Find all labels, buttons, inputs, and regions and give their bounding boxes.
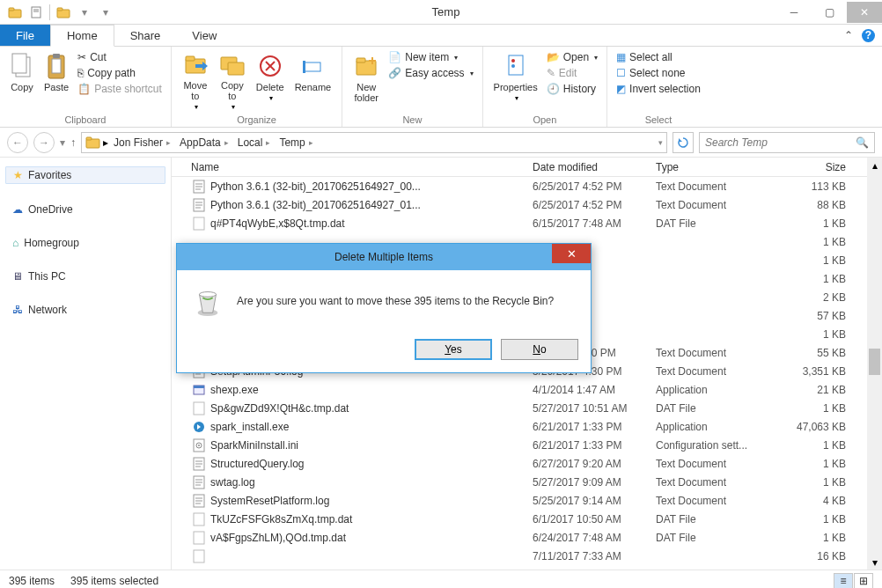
table-row[interactable]: TkUZcFSFGk8sZmXq.tmp.dat 6/1/2017 10:50 … xyxy=(172,510,867,528)
table-row[interactable]: 7/11/2017 7:33 AM 16 KB xyxy=(172,547,867,565)
breadcrumb[interactable]: ▸ Jon Fisher▸ AppData▸ Local▸ Temp▸ ▾ xyxy=(81,132,667,153)
tab-view[interactable]: View xyxy=(176,25,232,46)
forward-button[interactable]: → xyxy=(33,132,55,153)
icons-view-button[interactable]: ⊞ xyxy=(854,573,873,589)
ribbon: Copy Paste ✂Cut ⎘Copy path 📋Paste shortc… xyxy=(0,47,882,128)
address-dropdown[interactable]: ▾ xyxy=(658,138,663,147)
ribbon-group-select: ▦Select all ☐Select none ◩Invert selecti… xyxy=(607,47,709,127)
delete-button[interactable]: Delete▾ xyxy=(253,50,288,104)
table-row[interactable]: StructuredQuery.log 6/27/2017 9:20 AM Te… xyxy=(172,454,867,473)
dialog-close-button[interactable]: ✕ xyxy=(552,244,591,263)
svg-rect-20 xyxy=(303,61,305,73)
file-icon xyxy=(191,383,207,397)
file-rows[interactable]: Python 3.6.1 (32-bit)_20170625164927_00.… xyxy=(172,177,867,570)
up-button[interactable]: ↑ xyxy=(70,136,76,149)
open-button[interactable]: 📂Open▾ xyxy=(545,50,599,64)
file-icon xyxy=(191,512,207,526)
back-button[interactable]: ← xyxy=(7,132,28,153)
maximize-button[interactable]: ▢ xyxy=(812,2,847,23)
search-icon[interactable]: 🔍 xyxy=(856,136,869,149)
shortcut-icon: 📋 xyxy=(77,83,91,95)
history-button[interactable]: 🕘History xyxy=(545,82,599,96)
search-input[interactable] xyxy=(705,136,856,149)
table-row[interactable]: q#PT4qWybE,x$8Qt.tmp.dat 6/15/2017 7:48 … xyxy=(172,214,867,232)
crumb-local[interactable]: Local▸ xyxy=(234,136,275,149)
ribbon-collapse-icon[interactable]: ⌃ xyxy=(844,29,853,41)
sidebar-homegroup[interactable]: ⌂Homegroup xyxy=(5,235,165,251)
tab-home[interactable]: Home xyxy=(50,25,114,47)
details-view-button[interactable]: ≡ xyxy=(834,573,853,589)
paste-button[interactable]: Paste xyxy=(40,50,72,94)
table-row[interactable]: spark_install.exe 6/21/2017 1:33 PM Appl… xyxy=(172,417,867,436)
homegroup-icon: ⌂ xyxy=(12,237,18,249)
new-folder-button[interactable]: New folder xyxy=(349,50,383,105)
file-icon xyxy=(191,401,207,415)
scroll-thumb[interactable] xyxy=(869,349,880,375)
svg-rect-46 xyxy=(194,386,204,388)
table-row[interactable]: SystemResetPlatform.log 5/25/2017 9:14 A… xyxy=(172,491,867,510)
select-all-button[interactable]: ▦Select all xyxy=(614,50,702,64)
folder-icon[interactable] xyxy=(5,3,25,22)
table-row[interactable]: SparkMiniInstall.ini 6/21/2017 1:33 PM C… xyxy=(172,436,867,454)
cut-button[interactable]: ✂Cut xyxy=(76,50,164,64)
paste-shortcut-button[interactable]: 📋Paste shortcut xyxy=(76,82,164,96)
new-folder-icon[interactable] xyxy=(54,3,73,22)
file-icon xyxy=(191,549,207,563)
help-icon[interactable]: ? xyxy=(862,29,875,42)
column-headers[interactable]: Name Date modified Type Size xyxy=(172,158,867,177)
yes-button[interactable]: Yes xyxy=(415,339,492,360)
svg-point-24 xyxy=(511,59,515,62)
sidebar-network[interactable]: 🖧Network xyxy=(5,302,165,318)
scroll-up[interactable]: ▴ xyxy=(867,158,882,173)
properties-icon[interactable] xyxy=(26,3,46,22)
window-controls: ─ ▢ ✕ xyxy=(776,2,882,23)
table-row[interactable]: Sp&gwZDd9X!QtH&c.tmp.dat 5/27/2017 10:51… xyxy=(172,399,867,417)
no-button[interactable]: No xyxy=(501,339,578,360)
move-to-button[interactable]: Move to▾ xyxy=(179,50,212,113)
svg-point-51 xyxy=(198,445,200,446)
vertical-scrollbar[interactable]: ▴ ▾ xyxy=(867,158,882,570)
rename-button[interactable]: Rename xyxy=(291,50,335,94)
file-menu[interactable]: File xyxy=(0,25,50,46)
crumb-temp[interactable]: Temp▸ xyxy=(276,136,316,149)
sidebar-this-pc[interactable]: 🖥This PC xyxy=(5,268,165,284)
sidebar-onedrive[interactable]: ☁OneDrive xyxy=(5,202,165,217)
table-row[interactable]: Python 3.6.1 (32-bit)_20170625164927_00.… xyxy=(172,177,867,195)
copy-button[interactable]: Copy xyxy=(7,50,37,94)
table-row[interactable]: shexp.exe 4/1/2014 1:47 AM Application 2… xyxy=(172,380,867,399)
crumb-user[interactable]: Jon Fisher▸ xyxy=(110,136,174,149)
table-row[interactable]: swtag.log 5/27/2017 9:09 AM Text Documen… xyxy=(172,473,867,491)
file-icon xyxy=(191,494,207,508)
address-bar: ← → ▾ ↑ ▸ Jon Fisher▸ AppData▸ Local▸ Te… xyxy=(0,128,882,158)
edit-button[interactable]: ✎Edit xyxy=(545,66,599,80)
minimize-button[interactable]: ─ xyxy=(776,2,812,23)
copy-to-button[interactable]: Copy to▾ xyxy=(216,50,249,113)
close-button[interactable]: ✕ xyxy=(847,2,882,23)
svg-rect-10 xyxy=(52,59,61,73)
dialog-titlebar[interactable]: Delete Multiple Items ✕ xyxy=(177,244,591,270)
easy-access-button[interactable]: 🔗Easy access▾ xyxy=(386,66,474,80)
col-type: Type xyxy=(656,161,788,173)
new-item-button[interactable]: 📄New item▾ xyxy=(386,50,474,64)
copy-path-button[interactable]: ⎘Copy path xyxy=(76,66,164,80)
svg-rect-13 xyxy=(186,56,195,61)
select-none-button[interactable]: ☐Select none xyxy=(614,66,702,80)
refresh-button[interactable] xyxy=(673,132,694,153)
ribbon-group-organize: Move to▾ Copy to▾ Delete▾ Rename Organiz… xyxy=(172,47,342,127)
crumb-appdata[interactable]: AppData▸ xyxy=(176,136,232,149)
search-box[interactable]: 🔍 xyxy=(699,132,875,153)
table-row[interactable]: vA$FgpsZhLM),QOd.tmp.dat 6/24/2017 7:48 … xyxy=(172,528,867,547)
scroll-down[interactable]: ▾ xyxy=(867,555,882,570)
invert-selection-button[interactable]: ◩Invert selection xyxy=(614,82,702,96)
recent-dropdown[interactable]: ▾ xyxy=(60,136,65,149)
undo-button[interactable]: ▾ xyxy=(75,3,94,22)
svg-rect-15 xyxy=(228,62,244,75)
qat-dropdown[interactable]: ▾ xyxy=(96,3,115,22)
scissors-icon: ✂ xyxy=(77,51,86,63)
sidebar-favorites[interactable]: ★Favorites xyxy=(5,166,165,184)
table-row[interactable]: Python 3.6.1 (32-bit)_20170625164927_01.… xyxy=(172,195,867,214)
properties-button[interactable]: Properties▾ xyxy=(490,50,541,104)
tab-share[interactable]: Share xyxy=(114,25,177,46)
svg-rect-8 xyxy=(12,54,26,73)
svg-rect-6 xyxy=(57,8,62,11)
